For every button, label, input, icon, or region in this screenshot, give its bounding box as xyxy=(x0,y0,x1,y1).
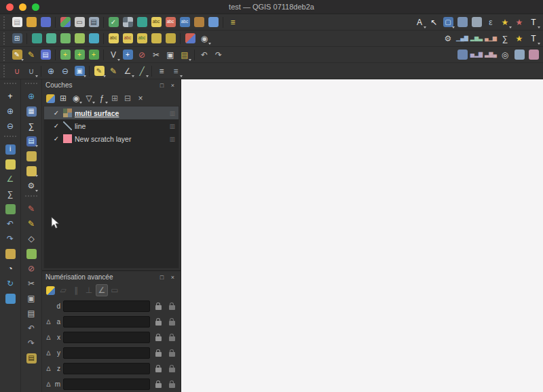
options-gear-icon[interactable]: ⚙ xyxy=(24,179,38,193)
paste-side-icon[interactable]: ▤ xyxy=(24,307,38,320)
collapse-all-icon[interactable]: ⊟ xyxy=(121,92,134,104)
toolbar-handle[interactable] xyxy=(25,195,37,199)
move-feature-icon[interactable]: + xyxy=(121,48,134,62)
toggle-editing-icon[interactable]: ✎ xyxy=(24,48,38,62)
identify-features-icon[interactable]: i xyxy=(3,142,17,156)
raster-stretch-icon[interactable] xyxy=(455,48,469,62)
cad-close-panel-icon[interactable]: × xyxy=(168,273,177,281)
help-text-icon[interactable]: T xyxy=(527,32,540,45)
cad-y-continuous-lock-icon[interactable] xyxy=(166,348,177,359)
filter-by-expression-icon[interactable]: ƒ xyxy=(96,92,108,104)
save-layer-edits-icon[interactable]: ▤ xyxy=(39,48,52,62)
current-edits-icon[interactable]: ✎ xyxy=(10,48,24,62)
manage-map-themes-icon[interactable]: ◉ xyxy=(70,92,82,104)
new-project-icon[interactable]: ▤ xyxy=(10,16,24,29)
show-bookmarks-icon[interactable]: ★ xyxy=(512,16,526,29)
cad-x-continuous-lock-icon[interactable] xyxy=(166,332,177,343)
cad-a-lock-icon[interactable] xyxy=(153,317,164,328)
map-tips-toggle-icon[interactable]: ≡ xyxy=(155,64,168,78)
map-canvas[interactable] xyxy=(181,79,543,392)
python-console-icon[interactable]: ≡ xyxy=(226,16,240,29)
open-data-table-icon[interactable]: ▤ xyxy=(24,134,38,148)
statistical-summary-icon[interactable]: ∑ xyxy=(3,187,17,201)
common-angle-snap-icon[interactable]: ∠ xyxy=(96,284,108,296)
move-label-icon[interactable] xyxy=(164,32,177,45)
add-feature-side-icon[interactable]: ✎ xyxy=(24,217,38,231)
field-statistics-icon[interactable]: ∑ xyxy=(24,119,38,133)
remove-layer-icon[interactable]: × xyxy=(134,92,147,104)
annotation-style-icon[interactable]: A xyxy=(413,16,426,29)
add-postgis-icon[interactable]: abc xyxy=(178,16,191,29)
expand-all-icon[interactable]: ⊞ xyxy=(109,92,121,104)
layers-float-panel-icon[interactable]: □ xyxy=(157,81,166,90)
layer-item-line[interactable]: ✓line▥ xyxy=(44,119,179,132)
toolbar-handle[interactable] xyxy=(3,16,7,28)
select-features-icon[interactable]: ▢ xyxy=(441,16,455,29)
filter-legend-icon[interactable]: ▽ xyxy=(83,92,95,104)
cad-a-input[interactable] xyxy=(63,316,150,328)
toolbar-handle[interactable] xyxy=(4,83,16,87)
toolbar-handle[interactable] xyxy=(25,83,37,87)
layer-visibility-checkbox[interactable]: ✓ xyxy=(52,135,60,142)
plot-bars-icon[interactable]: ▂▆▃ xyxy=(470,32,483,45)
vertex-tool-icon[interactable]: V xyxy=(107,48,120,62)
copy-features-icon[interactable]: ▣ xyxy=(164,48,177,62)
clipboard-icon[interactable]: ▤ xyxy=(24,351,38,365)
processing-toolbox-icon[interactable]: ⚙ xyxy=(441,32,455,45)
cad-x-input[interactable] xyxy=(63,332,150,343)
plot-histogram-icon[interactable]: ▁▄▇ xyxy=(455,32,469,45)
select-tool-icon[interactable]: ↖ xyxy=(427,16,441,29)
highlight-pinned-labels-icon[interactable] xyxy=(149,32,163,45)
cad-a-continuous-lock-icon[interactable] xyxy=(166,317,177,328)
undo-side-icon[interactable]: ↶ xyxy=(24,321,38,335)
new-spatial-bookmark-icon[interactable]: ★ xyxy=(498,16,512,29)
zoom-last-icon[interactable]: ↶ xyxy=(3,217,17,231)
new-spatialite-layer-icon[interactable] xyxy=(58,32,72,45)
new-virtual-layer-icon[interactable] xyxy=(73,32,86,45)
layer-visibility-checkbox[interactable]: ✓ xyxy=(52,109,60,117)
style-manager-icon[interactable] xyxy=(58,16,72,29)
snapping-toggle-icon[interactable]: ∪ xyxy=(10,64,24,78)
cut-features-icon[interactable]: ✂ xyxy=(149,48,163,62)
vertex-editor-icon[interactable]: ◇ xyxy=(24,232,38,246)
add-mesh-layer-icon[interactable] xyxy=(135,16,149,29)
zoom-full-extent-icon[interactable]: ▣ xyxy=(73,64,86,78)
map-tip-bubble-icon[interactable] xyxy=(24,149,38,163)
map-theme-icon[interactable]: ◉ xyxy=(198,32,211,45)
add-raster-layer-icon[interactable] xyxy=(121,16,134,29)
cut-side-icon[interactable]: ✂ xyxy=(24,277,38,290)
save-project-icon[interactable] xyxy=(39,16,52,29)
local-histogram-icon[interactable]: ▃▇▄ xyxy=(484,48,498,62)
zoom-to-layer-icon[interactable] xyxy=(3,202,17,216)
data-source-manager-icon[interactable]: ⊞ xyxy=(10,32,24,45)
delete-feature-icon[interactable]: ⊘ xyxy=(24,262,38,275)
add-polygon-feature-icon[interactable]: + xyxy=(87,48,100,62)
pin-labels-icon[interactable]: abc xyxy=(135,32,149,45)
cad-y-input[interactable] xyxy=(63,347,150,359)
raster-contrast-icon[interactable] xyxy=(512,48,526,62)
cad-m-relative-toggle[interactable]: ∆ xyxy=(45,380,52,388)
zoom-to-native-icon[interactable]: ⊕ xyxy=(24,90,38,103)
cad-z-input[interactable] xyxy=(63,363,150,374)
cad-d-input[interactable] xyxy=(63,300,150,312)
zoom-in-tool-icon[interactable]: ⊕ xyxy=(44,64,58,78)
toolbar-handle[interactable] xyxy=(3,65,7,77)
cad-float-panel-icon[interactable]: □ xyxy=(157,273,166,281)
cad-m-continuous-lock-icon[interactable] xyxy=(166,379,177,390)
open-project-icon[interactable] xyxy=(24,16,38,29)
new-scratch-layer-icon[interactable] xyxy=(87,32,100,45)
measure-distance-icon[interactable]: ∠ xyxy=(3,172,17,186)
layer-visibility-checkbox[interactable]: ✓ xyxy=(52,122,60,130)
cad-d-continuous-lock-icon[interactable] xyxy=(166,301,177,312)
layer-item-new-scratch-layer[interactable]: ✓New scratch layer▥ xyxy=(44,132,179,145)
cad-y-lock-icon[interactable] xyxy=(153,348,164,359)
layout-manager-icon[interactable]: ▤ xyxy=(87,16,100,29)
show-unplaced-labels-icon[interactable] xyxy=(183,32,197,45)
redo-icon[interactable]: ↷ xyxy=(212,48,225,62)
raster-histogram-icon[interactable]: ▅▂▇ xyxy=(470,48,483,62)
deselect-all-icon[interactable] xyxy=(470,16,483,29)
text-annotation-icon[interactable]: T xyxy=(527,16,540,29)
select-by-value-icon[interactable] xyxy=(455,16,469,29)
callout-icon[interactable] xyxy=(24,164,38,178)
map-overview-icon[interactable] xyxy=(3,292,17,305)
